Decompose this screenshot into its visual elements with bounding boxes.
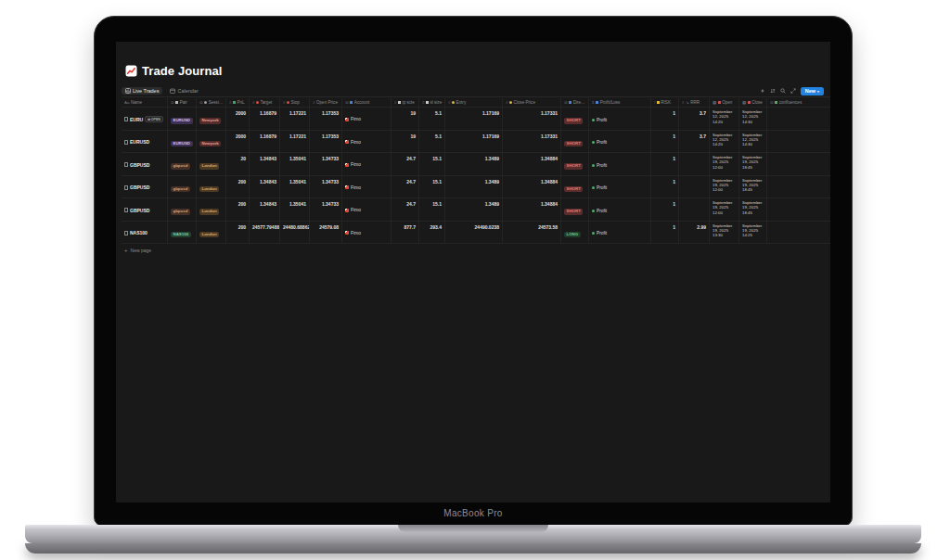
profit-status-dot (592, 164, 595, 167)
expand-icon[interactable] (790, 88, 796, 94)
page-title-row: Trade Journal (125, 64, 223, 78)
profit-status-dot (592, 141, 595, 144)
pair-badge: EURUSD (171, 141, 193, 147)
column-header-direction[interactable]: ⊙Dire… (561, 98, 589, 107)
tab-live-trades[interactable]: Live Trades (122, 87, 162, 95)
date-text: September 12, 2025 (742, 109, 764, 120)
trade-name: GBPUSD (130, 162, 149, 168)
profit-status-label: Profit (597, 118, 607, 122)
column-label: Pair (180, 100, 187, 105)
time-text: 12:00 (712, 165, 736, 170)
rrr-value: 2.99 (679, 222, 710, 244)
ftmo-logo-icon (345, 209, 349, 212)
column-header-rrr[interactable]: #↘RRR (679, 98, 710, 107)
macbook-base-bottom (25, 543, 921, 554)
table-row[interactable]: GBPUSDgbpusdLondon2001.348431.350411.347… (122, 198, 830, 222)
property-type-icon: ⊙ (770, 100, 774, 105)
session-badge: Newyork (199, 118, 221, 124)
new-page-button[interactable]: +New page (122, 244, 830, 256)
date-text: September 19, 2025 (712, 155, 736, 165)
column-label: tp size (402, 100, 414, 105)
time-text: 14:25 (742, 233, 764, 237)
column-header-entry[interactable]: #Entry (445, 98, 503, 107)
open_price-value: 1.34733 (310, 176, 342, 198)
date-text: September 19, 2025 (742, 178, 764, 188)
date-text: September 19, 2025 (742, 223, 764, 234)
property-emoji-icon (452, 101, 455, 104)
rrr-value (679, 153, 710, 175)
bolt-icon[interactable] (760, 88, 765, 94)
table-row[interactable]: EURUSDEURUSDNewyork20001.168791.172211.1… (122, 131, 830, 154)
macbook-pro-label: MacBook Pro (95, 508, 852, 518)
plus-icon: + (124, 248, 128, 253)
sort-arrows-icon[interactable] (770, 88, 776, 94)
table-row[interactable]: NAS100NAS100London20024577.7948824480.68… (122, 222, 830, 245)
column-label: sl size (430, 100, 442, 105)
column-header-open_price[interactable]: #Open Price (310, 98, 342, 107)
open_price-value: 1.17353 (310, 131, 342, 153)
tab-calendar[interactable]: Calendar (166, 87, 201, 95)
property-type-icon: ▦ (742, 100, 746, 105)
profit-status-dot (592, 119, 595, 121)
column-header-pnl[interactable]: #PnL (226, 98, 250, 107)
column-header-close_price[interactable]: #Close Price (503, 98, 561, 107)
session-badge: London (199, 163, 219, 170)
open-page-button[interactable]: ⧉ OPEN (145, 116, 163, 122)
database-toolbar: New ▾ (760, 84, 824, 97)
close_price-value: 1.34884 (503, 153, 561, 175)
tp_size-value: 19 (392, 131, 419, 153)
stop-value: 1.17221 (280, 108, 310, 130)
column-header-target[interactable]: #Target (250, 98, 280, 107)
table-row[interactable]: GBPUSDgbpusdLondon2001.348431.350411.347… (122, 176, 830, 199)
property-type-icon: # (229, 100, 231, 105)
property-type-icon: ↘ (686, 100, 689, 105)
close_date-value: September 19, 202514:25 (739, 222, 767, 244)
column-header-session[interactable]: ⊙Sessi… (197, 98, 226, 107)
table-row[interactable]: EURU⧉ OPENEURUSDNewyork20001.168791.1722… (122, 108, 830, 131)
close_price-value: 1.17331 (503, 108, 561, 130)
column-header-stop[interactable]: #Stop (280, 98, 310, 107)
direction-badge: SHORT (564, 186, 583, 193)
column-label: confluences (779, 100, 802, 105)
column-label: RISK (661, 100, 671, 105)
column-header-tp_size[interactable]: #tp size (392, 98, 419, 107)
open_date-value: September 12, 202514:20 (710, 131, 739, 153)
close_price-value: 1.34884 (503, 176, 561, 198)
ftmo-logo-icon (345, 185, 349, 189)
property-emoji-icon (718, 101, 721, 104)
account-name: Ftmo (351, 185, 361, 190)
column-header-open_date[interactable]: ▦Open (710, 98, 739, 107)
column-header-sl_size[interactable]: #sl size (419, 98, 445, 107)
open_date-value: September 19, 202512:00 (710, 153, 739, 175)
date-text: September 19, 2025 (712, 178, 736, 188)
property-emoji-icon (256, 101, 259, 104)
page-icon (124, 231, 128, 235)
property-emoji-icon (596, 101, 598, 104)
ftmo-logo-icon (345, 118, 349, 121)
property-type-icon: ⊙ (171, 100, 174, 105)
property-type-icon: Σ (592, 100, 595, 105)
property-emoji-icon (569, 101, 571, 104)
time-text: 13:30 (712, 233, 736, 237)
column-header-confluences[interactable]: ⊙confluences (767, 98, 830, 107)
column-header-risk[interactable]: !RISK (651, 98, 679, 107)
table-row[interactable]: GBPUSDgbpusdLondon201.348431.350411.3473… (122, 153, 830, 176)
open_price-value: 1.34733 (310, 153, 342, 175)
direction-badge: SHORT (564, 141, 583, 147)
search-icon[interactable] (780, 88, 786, 94)
new-button[interactable]: New ▾ (801, 87, 824, 95)
sl_size-value: 293.4 (419, 222, 445, 244)
pnl-value: 20 (226, 153, 250, 175)
column-header-name[interactable]: AaName (122, 98, 168, 107)
table-chart-icon (125, 88, 131, 94)
stop-value: 1.35041 (280, 198, 310, 221)
risk-value: 1 (651, 176, 679, 198)
macbook-display: Trade Journal Live Trades (116, 42, 830, 503)
time-text: 12:00 (712, 210, 736, 215)
column-header-pair[interactable]: ⊙Pair (168, 98, 197, 107)
column-header-close_date[interactable]: ▦Close (739, 98, 767, 107)
column-header-profit_loss[interactable]: ΣProfit/Loss (589, 98, 651, 107)
entry-value: 1.3489 (445, 153, 503, 175)
column-header-account[interactable]: ⊙Account (342, 98, 392, 107)
property-type-icon: ⊙ (199, 100, 203, 105)
